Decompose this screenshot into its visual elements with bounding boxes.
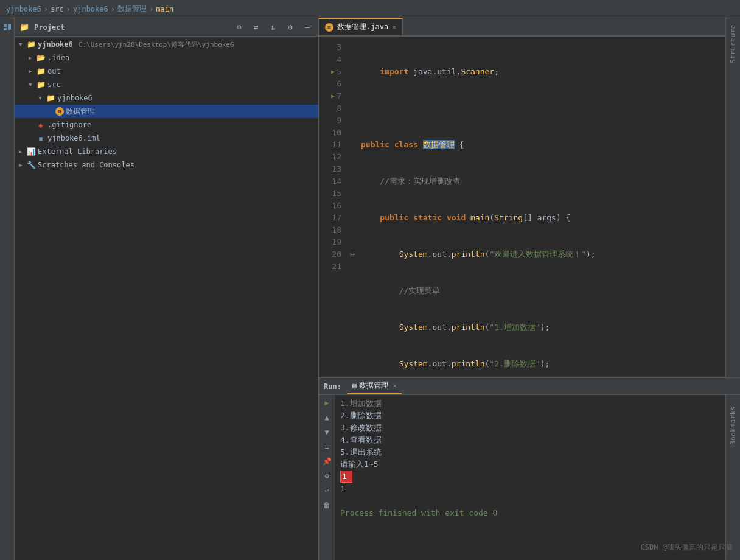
tree-item-scratches[interactable]: ▶ 🔧 Scratches and Consoles [15,158,318,172]
run-tab[interactable]: ▤ 数据管理 ✕ [347,378,402,394]
ln-3: 3 [319,41,341,54]
git-icon: ◈ [36,120,46,130]
project-tree: ▼ 📁 yjnboke6 C:\Users\yjn28\Desktop\博客代码… [15,37,318,560]
bottom-structure-sidebar: Bookmarks [725,395,740,560]
code-line-3: import java.util.Scanner; [361,66,725,78]
breadcrumb-sep-4: › [149,5,153,13]
tree-item-shujuguanli[interactable]: m 数据管理 [15,105,318,118]
tree-arrow-yjnboke6: ▼ [37,94,44,102]
scroll-down-btn[interactable]: ▼ [320,425,333,439]
code-line-9: //实现菜单 [361,285,725,297]
panel-icon-add[interactable]: ⊕ [233,21,245,33]
tree-label-yjnboke6: yjnboke6 [57,94,92,102]
ln-7: ▶7 [319,90,341,102]
code-content[interactable]: import java.util.Scanner; public class 数… [358,37,725,377]
console-line-blank [340,495,721,507]
console-line-5: 请输入1~5 [340,458,721,471]
structure-label[interactable]: Structure [729,21,737,67]
settings-btn[interactable]: ⚙ [320,469,333,483]
console-line-4: 5.退出系统 [340,446,721,458]
breadcrumb-sep-3: › [111,5,115,13]
gutter-20 [346,41,358,54]
panel-icon-collapse[interactable]: ⇊ [267,21,279,33]
ln-12: 12 [319,151,341,163]
ln-21: 21 [319,261,341,273]
iml-icon: ◼ [36,133,46,143]
panel-icon-minimize[interactable]: — [301,21,313,33]
code-line-7: public static void main(String[] args) { [361,212,725,224]
svg-rect-0 [4,24,7,27]
tree-item-yjnboke6[interactable]: ▼ 📁 yjnboke6 [15,91,318,105]
code-editor[interactable]: 3 4 ▶5 6 ▶7 8 9 10 11 12 13 14 15 16 [319,37,725,377]
bookmarks-label[interactable]: Bookmarks [729,402,737,449]
panel-icon-sync[interactable]: ⇄ [250,21,262,33]
clear-btn[interactable]: 🗑 [320,499,333,512]
breadcrumb-bar: yjnboke6 › src › yjnboke6 › 数据管理 › main [0,0,740,18]
breadcrumb-item-1[interactable]: yjnboke6 [6,5,41,13]
panel-icon-settings[interactable]: ⚙ [284,21,296,33]
tree-arrow-iml [27,135,34,142]
java-icon-shujuguanli: m [55,107,64,116]
scroll-up-btn[interactable]: ▲ [320,411,333,424]
ln-20: 20 [319,248,341,261]
tree-item-src[interactable]: ▼ 📁 src [15,78,318,91]
tree-item-idea[interactable]: ▶ 📂 .idea [15,51,318,65]
tree-item-gitignore[interactable]: ◈ .gitignore [15,118,318,131]
line-numbers: 3 4 ▶5 6 ▶7 8 9 10 11 12 13 14 15 16 [319,37,346,377]
structure-sidebar: Structure [725,18,740,377]
breadcrumb-item-5: main [156,5,173,13]
tree-arrow-scratches: ▶ [17,161,24,169]
console-line-1: 2.删除数据 [340,410,721,422]
tree-label-scratches: Scratches and Consoles [38,161,134,169]
tree-item-out[interactable]: ▶ 📁 out [15,65,318,78]
console-input-value: 1 [340,471,352,483]
ln-11: 11 [319,139,341,151]
console-output[interactable]: 1.增加数据 2.删除数据 3.修改数据 4.查看数据 5.退出系统 请输入1~… [335,395,725,560]
project-panel-title: Project [34,23,228,32]
console-line-6: 1 [340,483,721,495]
wrap-btn[interactable]: ≡ [320,440,333,453]
ln-16: 16 [319,200,341,212]
svg-rect-1 [4,28,7,30]
pin-btn[interactable]: 📌 [320,455,333,468]
folder-icon-yjnboke6: 📁 [46,93,55,103]
breadcrumb: yjnboke6 › src › yjnboke6 › 数据管理 › main [6,4,173,14]
tree-item-iml[interactable]: ◼ yjnboke6.iml [15,131,318,145]
breadcrumb-sep-2: › [66,5,71,13]
console-process-msg: Process finished with exit code 0 [340,507,721,519]
tree-item-extlibs[interactable]: ▶ 📊 External Libraries [15,145,318,158]
project-icon-btn[interactable] [1,21,14,34]
folder-icon-root: 📁 [26,40,36,49]
breadcrumb-item-2[interactable]: src [51,5,64,13]
project-panel-header: 📁 Project ⊕ ⇄ ⇊ ⚙ — [15,18,318,37]
libs-icon: 📊 [26,147,36,156]
tab-shujuguanli[interactable]: m 数据管理.java ✕ [319,18,403,35]
tree-arrow-idea: ▶ [27,54,34,61]
tab-close-btn[interactable]: ✕ [392,23,396,31]
run-tab-close[interactable]: ✕ [393,382,397,390]
ln-17: 17 [319,212,341,224]
breadcrumb-sep-1: › [44,5,48,13]
tree-label-extlibs: External Libraries [38,147,117,156]
left-icon-bar [0,18,15,560]
breadcrumb-item-4[interactable]: 数据管理 [117,4,147,14]
scratches-icon: 🔧 [26,160,36,170]
ln-6: 6 [319,78,341,90]
tree-label-gitignore: .gitignore [47,121,91,129]
bottom-tabs: Run: ▤ 数据管理 ✕ [319,378,740,395]
run-tab-label: 数据管理 [359,380,388,391]
gutter-fold-20[interactable]: ⊟ [346,248,358,261]
tree-label-root: yjnboke6 [38,40,73,49]
tree-label-idea: .idea [47,54,69,62]
tree-arrow-root: ▼ [17,41,24,48]
tree-item-root[interactable]: ▼ 📁 yjnboke6 C:\Users\yjn28\Desktop\博客代码… [15,38,318,51]
tree-arrow-gitignore [27,121,34,128]
tree-arrow-shujuguanli [46,108,54,115]
folder-icon-out: 📁 [36,66,46,76]
restore-btn[interactable]: ↩ [320,484,333,497]
code-line-11: System.out.println("2.删除数据"); [361,358,725,370]
run-again-btn[interactable]: ▶ [320,396,333,410]
breadcrumb-item-3[interactable]: yjnboke6 [73,5,108,13]
tab-bar: m 数据管理.java ✕ [319,18,725,37]
editor-area: m 数据管理.java ✕ 3 4 ▶5 6 ▶7 8 9 [319,18,725,377]
